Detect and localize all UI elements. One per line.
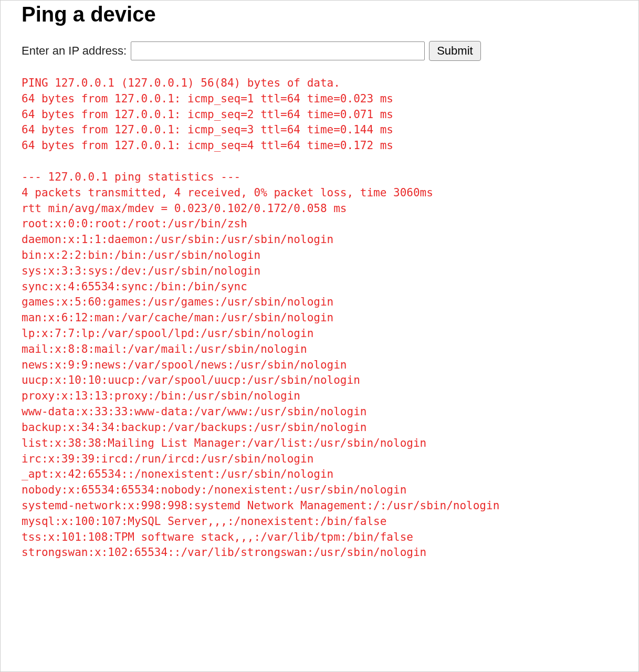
ip-input[interactable] bbox=[131, 41, 425, 60]
ip-label: Enter an IP address: bbox=[22, 44, 127, 58]
submit-button[interactable]: Submit bbox=[429, 41, 480, 61]
page-title: Ping a device bbox=[22, 3, 617, 26]
ping-form: Enter an IP address: Submit bbox=[22, 41, 617, 61]
command-output: PING 127.0.0.1 (127.0.0.1) 56(84) bytes … bbox=[22, 76, 617, 561]
page-container: Ping a device Enter an IP address: Submi… bbox=[0, 0, 639, 672]
